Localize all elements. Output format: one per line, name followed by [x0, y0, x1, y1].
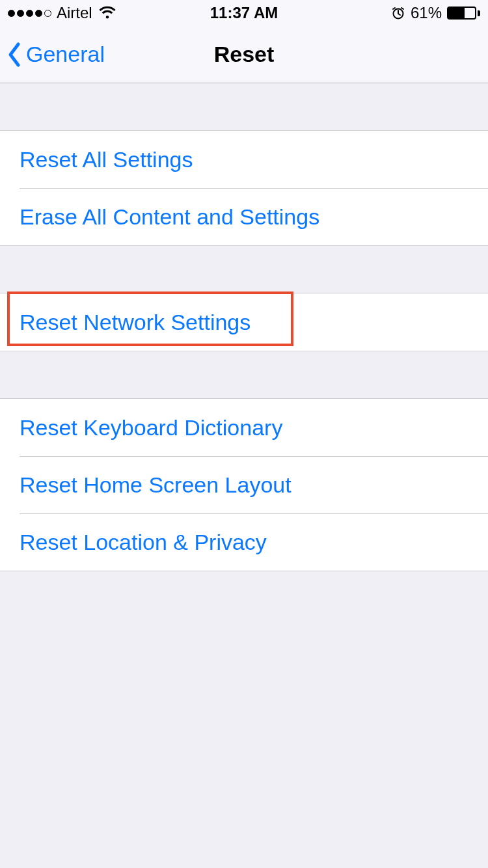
- back-label: General: [26, 42, 105, 67]
- row-label: Erase All Content and Settings: [20, 204, 319, 230]
- battery-percent: 61%: [411, 4, 442, 22]
- row-erase-all-content[interactable]: Erase All Content and Settings: [0, 188, 488, 245]
- row-label: Reset Keyboard Dictionary: [20, 415, 282, 441]
- section-general-reset: Reset All Settings Erase All Content and…: [0, 130, 488, 246]
- status-time: 11:37 AM: [210, 4, 278, 22]
- section-spacer: [0, 351, 488, 398]
- status-bar: Airtel 11:37 AM 61%: [0, 0, 488, 26]
- nav-bar: General Reset: [0, 26, 488, 83]
- section-spacer: [0, 83, 488, 130]
- row-label: Reset Location & Privacy: [20, 530, 267, 555]
- status-right: 61%: [278, 4, 480, 22]
- carrier-label: Airtel: [57, 4, 92, 22]
- back-button[interactable]: General: [0, 42, 105, 68]
- section-network-reset: Reset Network Settings: [0, 293, 488, 351]
- row-reset-home-screen-layout[interactable]: Reset Home Screen Layout: [0, 456, 488, 513]
- section-spacer: [0, 246, 488, 293]
- wifi-icon: [98, 6, 117, 20]
- section-other-reset: Reset Keyboard Dictionary Reset Home Scr…: [0, 398, 488, 571]
- alarm-icon: [391, 6, 405, 20]
- row-reset-network-settings[interactable]: Reset Network Settings: [0, 293, 488, 351]
- status-left: Airtel: [8, 4, 210, 22]
- battery-icon: [447, 7, 480, 20]
- row-label: Reset All Settings: [20, 147, 193, 172]
- row-label: Reset Network Settings: [20, 310, 251, 335]
- row-reset-location-privacy[interactable]: Reset Location & Privacy: [0, 513, 488, 571]
- row-label: Reset Home Screen Layout: [20, 472, 291, 498]
- row-reset-keyboard-dictionary[interactable]: Reset Keyboard Dictionary: [0, 399, 488, 456]
- cell-signal-icon: [8, 10, 51, 17]
- chevron-left-icon: [7, 42, 22, 68]
- row-reset-all-settings[interactable]: Reset All Settings: [0, 131, 488, 188]
